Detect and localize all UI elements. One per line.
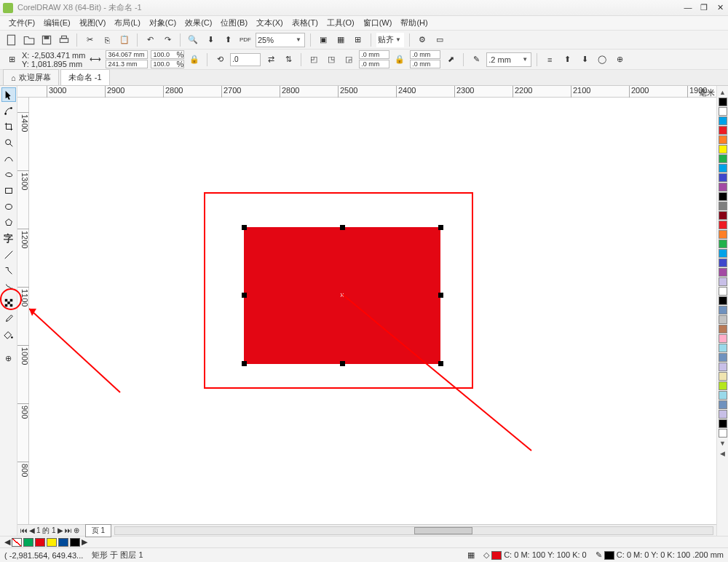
- pdf-button[interactable]: PDF: [238, 33, 253, 47]
- menu-table[interactable]: 表格(T): [288, 17, 323, 28]
- redo-button[interactable]: ↷: [160, 33, 175, 47]
- export-button[interactable]: ⬆: [221, 33, 235, 47]
- paste-button[interactable]: 📋: [117, 33, 132, 47]
- color-swatch[interactable]: [719, 287, 727, 296]
- outline-width-input[interactable]: [488, 54, 521, 66]
- selection-handle-se[interactable]: [438, 361, 443, 366]
- add-button[interactable]: ⊕: [612, 52, 627, 67]
- drawing-canvas[interactable]: ×: [29, 98, 716, 524]
- color-swatch[interactable]: [719, 325, 727, 333]
- open-button[interactable]: [22, 33, 36, 47]
- convert-curves-button[interactable]: ◯: [595, 52, 609, 67]
- close-button[interactable]: ✕: [715, 3, 725, 12]
- zoom-dropdown[interactable]: ▼: [256, 33, 305, 47]
- grid-button[interactable]: ▦: [333, 33, 348, 47]
- color-swatch[interactable]: [719, 98, 727, 106]
- corner-y-input[interactable]: [360, 60, 389, 68]
- palette-flyout-button[interactable]: ◀: [720, 448, 725, 459]
- lock-corner-button[interactable]: 🔒: [392, 52, 407, 67]
- color-swatch[interactable]: [719, 249, 727, 258]
- pick-tool[interactable]: [1, 87, 16, 102]
- color-swatch[interactable]: [719, 154, 727, 163]
- menu-edit[interactable]: 编辑(E): [39, 17, 75, 28]
- color-swatch[interactable]: [719, 126, 727, 135]
- menu-view[interactable]: 视图(V): [75, 17, 111, 28]
- color-swatch[interactable]: [719, 391, 727, 400]
- crop-tool[interactable]: [1, 119, 16, 134]
- selection-handle-w[interactable]: [242, 293, 247, 298]
- color-swatch[interactable]: [719, 429, 727, 438]
- doc-color-swatch[interactable]: [47, 538, 57, 547]
- selection-handle-n[interactable]: [340, 225, 345, 230]
- outline-indicator[interactable]: ✎ C: 0 M: 0 Y: 0 K: 100 .200 mm: [596, 550, 724, 560]
- polygon-tool[interactable]: [1, 215, 16, 230]
- height-input[interactable]: [106, 60, 147, 68]
- rotation-input[interactable]: [231, 55, 260, 63]
- doc-palette-icon[interactable]: ▦: [467, 550, 475, 560]
- width-input[interactable]: [106, 51, 147, 58]
- color-swatch[interactable]: [719, 116, 727, 125]
- relative-corner-button[interactable]: ⬈: [443, 52, 458, 67]
- color-swatch[interactable]: [719, 211, 727, 220]
- corner1-button[interactable]: ◰: [306, 52, 321, 67]
- print-button[interactable]: [57, 33, 71, 47]
- search-button[interactable]: 🔍: [186, 33, 200, 47]
- selection-handle-nw[interactable]: [242, 225, 247, 230]
- color-swatch[interactable]: [719, 306, 727, 314]
- corner-x2-input[interactable]: [411, 51, 440, 58]
- h-scroll-thumb[interactable]: [414, 527, 472, 534]
- add-page-button[interactable]: ⊕: [74, 526, 79, 534]
- cut-button[interactable]: ✂: [82, 33, 97, 47]
- color-swatch[interactable]: [719, 221, 727, 229]
- color-swatch[interactable]: [719, 315, 727, 324]
- front-button[interactable]: ⬆: [560, 52, 574, 67]
- wrap-text-button[interactable]: ≡: [542, 52, 557, 67]
- guides-button[interactable]: ⊞: [351, 33, 365, 47]
- menu-help[interactable]: 帮助(H): [396, 17, 432, 28]
- doc-color-swatch[interactable]: [35, 538, 45, 547]
- fullscreen-button[interactable]: ▣: [316, 33, 331, 47]
- color-swatch[interactable]: [719, 334, 727, 343]
- launch-button[interactable]: ▭: [432, 33, 447, 47]
- color-swatch[interactable]: [719, 135, 727, 144]
- doc-color-swatch[interactable]: [23, 538, 33, 547]
- import-button[interactable]: ⬇: [203, 33, 218, 47]
- horizontal-ruler[interactable]: 3000 2900 2800 2700 2800 2500 2400 2300 …: [17, 86, 716, 98]
- color-swatch[interactable]: [719, 258, 727, 267]
- menu-effects[interactable]: 效果(C): [181, 17, 216, 28]
- selection-handle-sw[interactable]: [242, 361, 247, 366]
- restore-button[interactable]: ❐: [699, 3, 709, 12]
- page-tab[interactable]: 页 1: [85, 524, 111, 537]
- save-button[interactable]: [39, 33, 54, 47]
- last-page-button[interactable]: ⏭: [65, 526, 72, 534]
- artistic-media-tool[interactable]: [1, 167, 16, 182]
- menu-window[interactable]: 窗口(W): [359, 17, 397, 28]
- copy-button[interactable]: ⎘: [100, 33, 114, 47]
- selection-handle-ne[interactable]: [438, 225, 443, 230]
- menu-text[interactable]: 文本(X): [252, 17, 288, 28]
- snap-dropdown[interactable]: 贴齐▼: [376, 33, 404, 47]
- color-swatch[interactable]: [719, 372, 727, 381]
- color-swatch[interactable]: [719, 296, 727, 305]
- zoom-input[interactable]: [258, 34, 294, 46]
- parallel-dim-tool[interactable]: [1, 248, 16, 262]
- connector-tool[interactable]: [1, 264, 16, 278]
- color-swatch[interactable]: [719, 344, 727, 352]
- corner-y2-input[interactable]: [411, 60, 440, 68]
- color-swatch[interactable]: [719, 192, 727, 201]
- options-button[interactable]: ⚙: [415, 33, 430, 47]
- lock-ratio-button[interactable]: 🔒: [187, 52, 202, 67]
- selection-handle-s[interactable]: [340, 361, 345, 366]
- menu-bitmap[interactable]: 位图(B): [216, 17, 252, 28]
- tab-welcome[interactable]: ⌂欢迎屏幕: [3, 69, 59, 85]
- color-swatch[interactable]: [719, 240, 727, 248]
- ellipse-tool[interactable]: [1, 199, 16, 214]
- color-swatch[interactable]: [719, 410, 727, 419]
- text-tool[interactable]: 字: [1, 231, 16, 246]
- minimize-button[interactable]: —: [683, 3, 693, 12]
- color-swatch[interactable]: [719, 381, 727, 390]
- prev-page-button[interactable]: ◀: [29, 526, 35, 534]
- freehand-tool[interactable]: [1, 151, 16, 166]
- next-page-button[interactable]: ▶: [58, 526, 63, 534]
- color-swatch[interactable]: [719, 419, 727, 428]
